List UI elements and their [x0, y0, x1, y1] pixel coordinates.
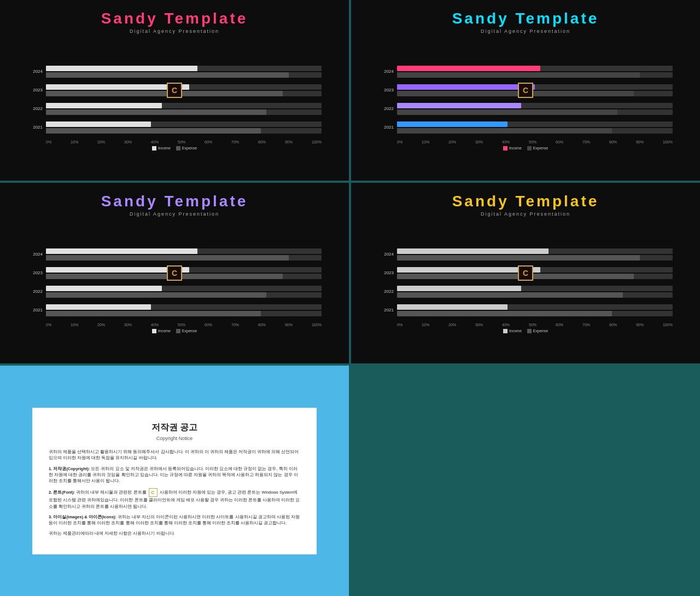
slide-4: Sandy Template Digital Agency Presentati…	[351, 183, 700, 363]
legend-2: Income Expense	[378, 146, 673, 151]
slide-4-subtitle: Digital Agency Presentation	[481, 211, 570, 217]
bottom-right-panel	[351, 366, 700, 596]
chart-row-2021-1: 2021	[27, 121, 322, 134]
chart-row-2024-2: 2024	[378, 66, 673, 78]
chart-area-4: 2024 2023 2022 2021	[368, 222, 684, 356]
chart-area-2: 2024 2023 2022 2021	[368, 39, 684, 173]
slide-3: Sandy Template Digital Agency Presentati…	[0, 183, 349, 363]
bar-group-2022-1	[46, 103, 322, 115]
bar-group-2024-1	[46, 66, 322, 78]
copyright-panel: 저작권 공고 Copyright Notice 귀하의 제품을 선택하시고 활용…	[0, 366, 349, 596]
year-2021-1: 2021	[27, 125, 43, 130]
year-2024-2: 2024	[378, 69, 394, 74]
watermark-1: C	[167, 83, 182, 98]
watermark-3: C	[167, 265, 182, 281]
slide-2: Sandy Template Digital Agency Presentati…	[351, 0, 700, 181]
copyright-subtitle: Copyright Notice	[49, 435, 300, 443]
bar-group-2024-2	[397, 66, 673, 78]
copyright-footer-text: 귀하는 제품관리에따라 내에 자세한 사항은 사용하시기 바랍니다.	[49, 531, 175, 536]
x-axis-2: 0% 10% 20% 30% 40% 50% 60% 70% 80% 90% 1…	[378, 140, 673, 144]
bar-group-2022-2	[397, 103, 673, 115]
legend-3: Income Expense	[27, 329, 322, 333]
bar-group-2021-1	[46, 121, 322, 134]
bar-group-2021-2	[397, 121, 673, 134]
slide-2-title: Sandy Template	[452, 10, 599, 27]
year-2023-1: 2023	[27, 88, 43, 92]
copyright-title: 저작권 공고	[49, 421, 300, 434]
legend-4: Income Expense	[378, 329, 673, 333]
slide-2-subtitle: Digital Agency Presentation	[481, 28, 570, 34]
slide-1-title: Sandy Template	[101, 10, 248, 27]
copyright-card: 저작권 공고 Copyright Notice 귀하의 제품을 선택하시고 활용…	[32, 408, 317, 554]
slide-1-subtitle: Digital Agency Presentation	[130, 28, 219, 34]
x-axis-1: 0% 10% 20% 30% 40% 50% 60% 70% 80% 90% 1…	[27, 140, 322, 144]
year-2024-1: 2024	[27, 69, 43, 74]
watermark-4: C	[518, 265, 533, 281]
x-axis-3: 0% 10% 20% 30% 40% 50% 60% 70% 80% 90% 1…	[27, 323, 322, 327]
chart-area-1: 2024 2023 2022 2021	[16, 39, 332, 173]
chart-row-2021-3: 2021	[27, 304, 322, 316]
year-2021-2: 2021	[378, 125, 394, 130]
slide-4-title: Sandy Template	[452, 193, 599, 210]
copyright-section-1: 1. 저작권(Copyright): 모든 귀하의 요소 및 저작권은 귀하에서…	[49, 466, 300, 484]
chart-row-2024-3: 2024	[27, 248, 322, 261]
x-axis-4: 0% 10% 20% 30% 40% 50% 60% 70% 80% 90% 1…	[378, 323, 673, 327]
bar-group-2023-1	[46, 84, 322, 96]
slide-1: Sandy Template Digital Agency Presentati…	[0, 0, 349, 181]
copyright-intro: 귀하의 제품을 선택하시고 활용하시기 위해 동의해주셔서 감사합니다. 이 귀…	[49, 449, 300, 461]
legend-1: Income Expense	[27, 146, 322, 151]
chart-row-2024-4: 2024	[378, 248, 673, 261]
copyright-section-2: 2. 폰트(Font): 귀하의 내부 제시물과 관련된 폰트를 C 사용하여 …	[49, 488, 300, 510]
chart-row-2022-2: 2022	[378, 103, 673, 115]
copyright-body: 귀하의 제품을 선택하시고 활용하시기 위해 동의해주셔서 감사합니다. 이 귀…	[49, 449, 299, 460]
copyright-section-3: 3. 아이실(Images) & 아이콘(Icons): 귀하는 내부 자신의 …	[49, 514, 300, 526]
chart-row-2022-4: 2022	[378, 286, 673, 298]
chart-row-2022-1: 2022	[27, 103, 322, 115]
watermark-2: C	[518, 83, 533, 98]
year-2022-2: 2022	[378, 106, 394, 111]
slide-3-title: Sandy Template	[101, 193, 248, 210]
year-2023-2: 2023	[378, 88, 394, 92]
watermark-inline: C	[149, 488, 158, 497]
chart-row-2022-3: 2022	[27, 286, 322, 298]
slide-3-subtitle: Digital Agency Presentation	[130, 211, 219, 217]
chart-area-3: 2024 2023 2022 2021	[16, 222, 332, 356]
year-2022-1: 2022	[27, 106, 43, 111]
chart-row-2021-2: 2021	[378, 121, 673, 134]
chart-row-2021-4: 2021	[378, 304, 673, 316]
chart-row-2024-1: 2024	[27, 66, 322, 78]
bar-group-2023-2	[397, 84, 673, 96]
copyright-footer: 귀하는 제품관리에따라 내에 자세한 사항은 사용하시기 바랍니다.	[49, 530, 300, 536]
